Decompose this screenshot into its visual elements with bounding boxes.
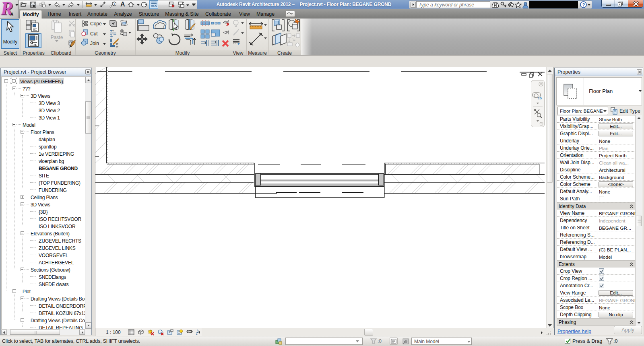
svg-text:2D: 2D <box>538 97 542 100</box>
svg-text:?: ? <box>582 2 585 7</box>
svg-text:1: 1 <box>114 2 115 5</box>
